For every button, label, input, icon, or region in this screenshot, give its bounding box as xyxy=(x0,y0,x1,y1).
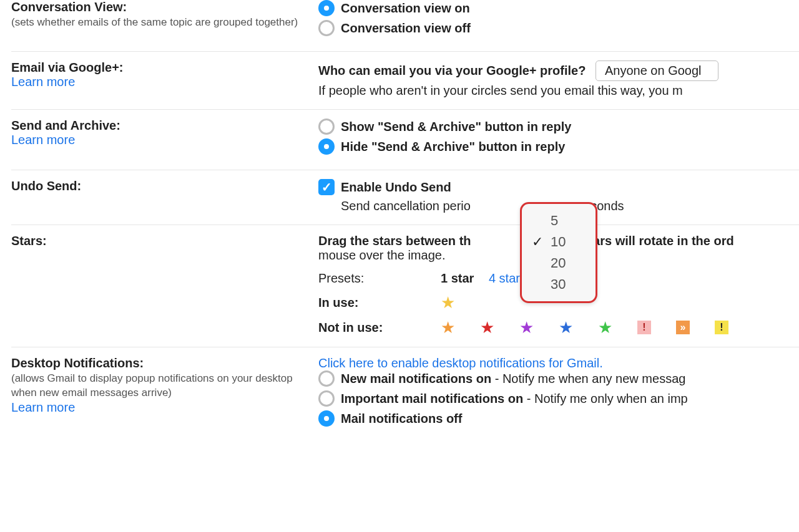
conversation-view-label: Conversation View: xyxy=(11,0,306,14)
mail-notif-off-radio[interactable] xyxy=(318,410,335,427)
orange-arrows-icon[interactable]: » xyxy=(676,321,690,334)
googleplus-question: Who can email you via your Google+ profi… xyxy=(318,64,586,77)
undo-option-30[interactable]: 30 xyxy=(522,274,596,295)
send-archive-label: Send and Archive: xyxy=(11,118,306,133)
desktop-notifications-label: Desktop Notifications: xyxy=(11,356,306,370)
googleplus-who-select[interactable]: Anyone on Googl xyxy=(596,60,718,81)
new-mail-notif-radio[interactable] xyxy=(318,370,335,387)
undo-option-20[interactable]: 20 xyxy=(522,253,596,274)
send-archive-hide-label: Hide "Send & Archive" button in reply xyxy=(341,140,565,154)
yellow-bang-icon[interactable]: ! xyxy=(715,321,728,334)
undo-seconds-dropdown[interactable]: 5 10 20 30 xyxy=(520,202,597,303)
star-red-icon[interactable]: ★ xyxy=(480,319,494,336)
undo-option-10[interactable]: 10 xyxy=(522,231,596,253)
enable-undo-send-checkbox[interactable]: ✓ xyxy=(318,179,335,195)
star-orange-icon[interactable]: ★ xyxy=(441,319,455,336)
important-mail-notif-bold: Important mail notifications on xyxy=(341,392,523,405)
stars-desc-1: Drag the stars between th xyxy=(318,234,471,248)
conversation-off-radio[interactable] xyxy=(318,20,335,36)
googleplus-desc: If people who aren't in your circles sen… xyxy=(318,84,799,98)
new-mail-notif-rest: - Notify me when any new messag xyxy=(491,372,685,385)
conversation-on-radio[interactable] xyxy=(318,0,335,16)
googleplus-label: Email via Google+: xyxy=(11,60,306,75)
notinuse-label: Not in use: xyxy=(318,321,431,335)
mail-notif-off-label: Mail notifications off xyxy=(341,412,462,426)
googleplus-learn-more-link[interactable]: Learn more xyxy=(11,75,306,89)
undo-send-label: Undo Send: xyxy=(11,179,306,193)
preset-1star[interactable]: 1 star xyxy=(441,271,474,285)
conversation-off-label: Conversation view off xyxy=(341,21,471,36)
stars-label: Stars: xyxy=(11,234,306,248)
undo-option-5[interactable]: 5 xyxy=(522,210,596,231)
star-yellow-icon[interactable]: ★ xyxy=(441,294,455,311)
red-bang-icon[interactable]: ! xyxy=(637,321,651,334)
desktop-notifications-sub: (allows Gmail to display popup notificat… xyxy=(11,372,306,400)
conversation-view-sub: (sets whether emails of the same topic a… xyxy=(11,16,306,30)
important-mail-notif-rest: - Notify me only when an imp xyxy=(523,392,687,405)
star-green-icon[interactable]: ★ xyxy=(598,319,612,336)
send-archive-show-radio[interactable] xyxy=(318,118,335,135)
inuse-label: In use: xyxy=(318,296,431,310)
undo-period-prefix: Send cancellation perio xyxy=(341,199,471,213)
send-archive-learn-more-link[interactable]: Learn more xyxy=(11,133,306,147)
star-blue-icon[interactable]: ★ xyxy=(559,319,573,336)
new-mail-notif-bold: New mail notifications on xyxy=(341,372,491,385)
desktop-learn-more-link[interactable]: Learn more xyxy=(11,400,306,415)
enable-undo-send-label: Enable Undo Send xyxy=(341,180,451,195)
conversation-on-label: Conversation view on xyxy=(341,1,470,16)
send-archive-hide-radio[interactable] xyxy=(318,138,335,155)
important-mail-notif-radio[interactable] xyxy=(318,390,335,407)
send-archive-show-label: Show "Send & Archive" button in reply xyxy=(341,120,571,134)
star-purple-icon[interactable]: ★ xyxy=(519,319,534,336)
enable-desktop-notifications-link[interactable]: Click here to enable desktop notificatio… xyxy=(318,356,799,370)
presets-label: Presets: xyxy=(318,271,431,286)
